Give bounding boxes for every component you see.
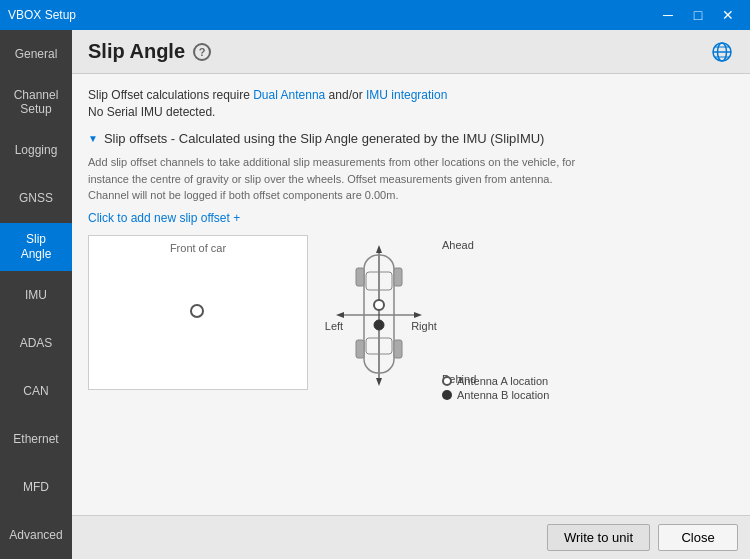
add-slip-offset-link[interactable]: Click to add new slip offset + [88,211,240,225]
info-line-1: Slip Offset calculations require Dual An… [88,88,734,102]
write-to-unit-button[interactable]: Write to unit [547,524,650,551]
add-link-text: Click to add new slip offset [88,211,230,225]
section-description: Add slip offset channels to take additio… [88,154,734,204]
sidebar-item-ethernet[interactable]: Ethernet [0,415,72,463]
info-line-2: No Serial IMU detected. [88,105,734,119]
add-link-container: Click to add new slip offset + [88,210,734,225]
sidebar-item-mfd[interactable]: MFD [0,463,72,511]
sidebar-item-advanced[interactable]: Advanced [0,511,72,559]
app-title: VBOX Setup [8,8,76,22]
car-diagram-container: Ahead Behind Left Right [324,235,484,403]
app-body: General Channel Setup Logging GNSS Slip … [0,30,750,559]
offset-dot [190,304,206,320]
svg-marker-11 [336,312,344,318]
desc-line-2: instance the centre of gravity or slip o… [88,171,734,188]
sidebar-item-adas[interactable]: ADAS [0,319,72,367]
title-bar-title: VBOX Setup [8,8,76,22]
title-bar-controls: ─ □ ✕ [654,4,742,26]
svg-marker-12 [414,312,422,318]
svg-marker-9 [376,378,382,386]
info-prefix: Slip Offset calculations require [88,88,253,102]
svg-point-23 [374,320,384,330]
page-content: Slip Offset calculations require Dual An… [72,74,750,515]
sidebar-item-channel-setup[interactable]: Channel Setup [0,78,72,127]
maximize-button[interactable]: □ [684,4,712,26]
close-button[interactable]: Close [658,524,738,551]
svg-rect-20 [356,340,364,358]
antenna-a-label: Antenna A location [457,375,548,387]
page-title-area: Slip Angle ? [88,40,211,63]
section-header: ▼ Slip offsets - Calculated using the Sl… [88,131,734,146]
help-icon[interactable]: ? [193,43,211,61]
svg-rect-18 [356,268,364,286]
chevron-down-icon[interactable]: ▼ [88,133,98,144]
title-bar: VBOX Setup ─ □ ✕ [0,0,750,30]
page-title: Slip Angle [88,40,185,63]
svg-rect-19 [394,268,402,286]
offset-box: Front of car [88,235,308,390]
offset-box-label: Front of car [170,242,226,254]
diagram-area: Front of car Ahead Behind [88,235,734,403]
page-header: Slip Angle ? [72,30,750,74]
svg-text:Left: Left [325,320,343,332]
sidebar-item-gnss[interactable]: GNSS [0,175,72,223]
info-middle: and/or [329,88,366,102]
sidebar-item-imu[interactable]: IMU [0,271,72,319]
svg-rect-21 [394,340,402,358]
svg-text:Ahead: Ahead [442,239,474,251]
dual-antenna-link[interactable]: Dual Antenna [253,88,325,102]
section-title: Slip offsets - Calculated using the Slip… [104,131,545,146]
offset-dot-circle [190,304,204,318]
antenna-a-dot [442,376,452,386]
bottom-bar: Write to unit Close [72,515,750,559]
svg-point-22 [374,300,384,310]
content-area: Slip Angle ? Slip Offset calculations re… [72,30,750,559]
desc-line-1: Add slip offset channels to take additio… [88,154,734,171]
sidebar-item-logging[interactable]: Logging [0,127,72,175]
antenna-b-dot [442,390,452,400]
sidebar-item-slip-angle[interactable]: Slip Angle [0,223,72,272]
minimize-button[interactable]: ─ [654,4,682,26]
sidebar: General Channel Setup Logging GNSS Slip … [0,30,72,559]
globe-icon[interactable] [710,40,734,64]
close-window-button[interactable]: ✕ [714,4,742,26]
legend-item-b: Antenna B location [442,389,549,401]
legend: Antenna A location Antenna B location [442,375,549,403]
sidebar-item-can[interactable]: CAN [0,367,72,415]
svg-text:Right: Right [411,320,437,332]
svg-marker-8 [376,245,382,253]
imu-integration-link[interactable]: IMU integration [366,88,447,102]
legend-item-a: Antenna A location [442,375,549,387]
desc-line-3: Channel will not be logged if both offse… [88,187,734,204]
sidebar-item-general[interactable]: General [0,30,72,78]
plus-icon: + [233,211,240,225]
antenna-b-label: Antenna B location [457,389,549,401]
